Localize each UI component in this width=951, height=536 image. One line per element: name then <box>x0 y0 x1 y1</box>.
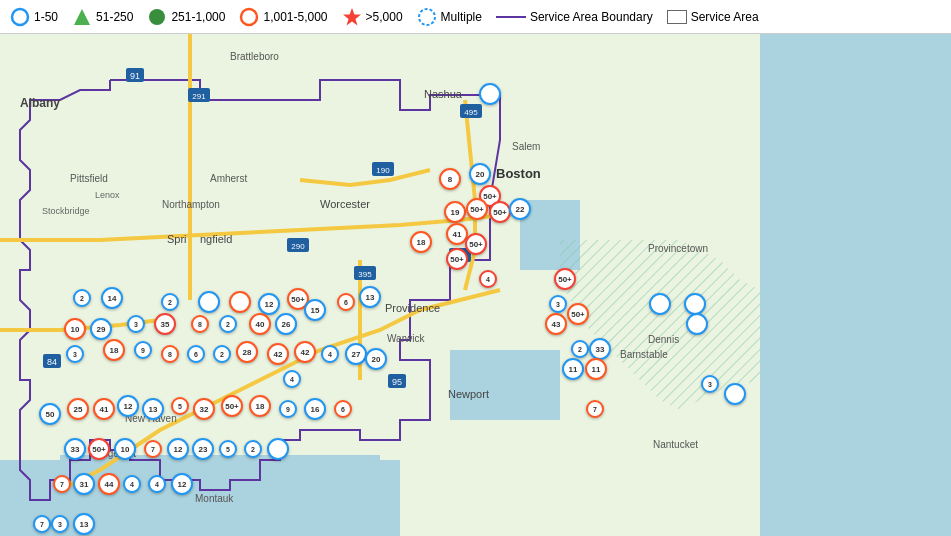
map-pin[interactable]: 3 <box>66 345 84 363</box>
map-pin[interactable] <box>724 383 746 405</box>
map-pin[interactable] <box>684 293 706 315</box>
map-pin[interactable]: 22 <box>509 198 531 220</box>
map-pin[interactable] <box>479 83 501 105</box>
map-pin[interactable]: 8 <box>161 345 179 363</box>
map-pin[interactable]: 40 <box>249 313 271 335</box>
map-pin[interactable]: 41 <box>93 398 115 420</box>
map-pin[interactable]: 19 <box>444 201 466 223</box>
map-pin[interactable]: 50+ <box>446 248 468 270</box>
map-pin[interactable]: 8 <box>191 315 209 333</box>
svg-marker-10 <box>760 34 951 536</box>
city-label-montauk: Montauk <box>195 493 234 504</box>
legend-51-250: 51-250 <box>72 7 133 27</box>
map-pin[interactable]: 28 <box>236 341 258 363</box>
map-pin[interactable]: 2 <box>73 289 91 307</box>
map-pin[interactable]: 3 <box>127 315 145 333</box>
map-pin[interactable]: 12 <box>167 438 189 460</box>
map-pin[interactable]: 16 <box>304 398 326 420</box>
city-label-northampton: Northampton <box>162 199 220 210</box>
map-pin[interactable]: 31 <box>73 473 95 495</box>
map-pin[interactable]: 7 <box>33 515 51 533</box>
map-pin[interactable]: 20 <box>365 348 387 370</box>
map-pin[interactable] <box>229 291 251 313</box>
map-pin[interactable]: 2 <box>213 345 231 363</box>
map-pin[interactable]: 5 <box>171 397 189 415</box>
map-pin[interactable]: 50+ <box>88 438 110 460</box>
map-pin[interactable]: 15 <box>304 299 326 321</box>
map-pin[interactable]: 2 <box>571 340 589 358</box>
map-pin[interactable]: 7 <box>53 475 71 493</box>
map-pin[interactable]: 8 <box>439 168 461 190</box>
map-pin[interactable]: 50+ <box>466 198 488 220</box>
map-pin[interactable]: 7 <box>586 400 604 418</box>
map-pin[interactable]: 50+ <box>465 233 487 255</box>
legend-label-5000plus: >5,000 <box>366 10 403 24</box>
map-pin[interactable] <box>267 438 289 460</box>
map-pin[interactable]: 23 <box>192 438 214 460</box>
map-pin[interactable]: 9 <box>279 400 297 418</box>
map-pin[interactable]: 4 <box>321 345 339 363</box>
map-pin[interactable]: 3 <box>549 295 567 313</box>
map-pin[interactable]: 4 <box>479 270 497 288</box>
map-pin[interactable]: 50+ <box>221 395 243 417</box>
map-pin[interactable]: 25 <box>67 398 89 420</box>
map-pin[interactable]: 50 <box>39 403 61 425</box>
map-pin[interactable]: 42 <box>267 343 289 365</box>
svg-point-5 <box>419 9 435 25</box>
map-pin[interactable]: 26 <box>275 313 297 335</box>
map-pin[interactable]: 4 <box>283 370 301 388</box>
map-pin[interactable]: 18 <box>103 339 125 361</box>
map-pin[interactable]: 12 <box>258 293 280 315</box>
map-pin[interactable]: 29 <box>90 318 112 340</box>
map-pin[interactable]: 4 <box>148 475 166 493</box>
svg-point-0 <box>12 9 28 25</box>
map-pin[interactable]: 50+ <box>567 303 589 325</box>
city-label-lenox: Lenox <box>95 190 120 200</box>
map-pin[interactable]: 10 <box>64 318 86 340</box>
map-pin[interactable]: 13 <box>142 398 164 420</box>
map-pin[interactable]: 6 <box>187 345 205 363</box>
map-pin[interactable]: 9 <box>134 341 152 359</box>
map-pin[interactable]: 2 <box>219 315 237 333</box>
map-pin[interactable]: 27 <box>345 343 367 365</box>
map-pin[interactable]: 12 <box>171 473 193 495</box>
svg-text:95: 95 <box>392 377 402 387</box>
map-pin[interactable]: 10 <box>114 438 136 460</box>
map-pin[interactable]: 2 <box>244 440 262 458</box>
map-pin[interactable]: 13 <box>359 286 381 308</box>
map-pin[interactable]: 4 <box>123 475 141 493</box>
map-pin[interactable]: 12 <box>117 395 139 417</box>
legend-icon-5000plus <box>342 7 362 27</box>
map-pin[interactable]: 2 <box>161 293 179 311</box>
map-pin[interactable]: 50+ <box>489 201 511 223</box>
map-pin[interactable] <box>198 291 220 313</box>
map-pin[interactable]: 14 <box>101 287 123 309</box>
svg-point-3 <box>241 9 257 25</box>
map-pin[interactable]: 44 <box>98 473 120 495</box>
map-pin[interactable]: 3 <box>51 515 69 533</box>
map-pin[interactable]: 32 <box>193 398 215 420</box>
map-pin[interactable]: 18 <box>249 395 271 417</box>
map-pin[interactable] <box>649 293 671 315</box>
map-pin[interactable]: 6 <box>334 400 352 418</box>
map-pin[interactable]: 43 <box>545 313 567 335</box>
city-label-boston: Boston <box>496 166 541 181</box>
map-svg: 91 291 190 495 495 395 95 84 290 Albany … <box>0 0 951 536</box>
map-pin[interactable]: 42 <box>294 341 316 363</box>
map-pin[interactable]: 50+ <box>554 268 576 290</box>
map-pin[interactable]: 13 <box>73 513 95 535</box>
city-label-worcester: Worcester <box>320 198 370 210</box>
map-pin[interactable]: 3 <box>701 375 719 393</box>
map-pin[interactable]: 7 <box>144 440 162 458</box>
map-pin[interactable]: 35 <box>154 313 176 335</box>
map-pin[interactable]: 11 <box>562 358 584 380</box>
map-pin[interactable]: 5 <box>219 440 237 458</box>
map-pin[interactable] <box>686 313 708 335</box>
map-pin[interactable]: 20 <box>469 163 491 185</box>
map-pin[interactable]: 33 <box>64 438 86 460</box>
map-pin[interactable]: 18 <box>410 231 432 253</box>
map-pin[interactable]: 33 <box>589 338 611 360</box>
map-pin[interactable]: 11 <box>585 358 607 380</box>
svg-marker-1 <box>74 9 90 25</box>
map-pin[interactable]: 6 <box>337 293 355 311</box>
